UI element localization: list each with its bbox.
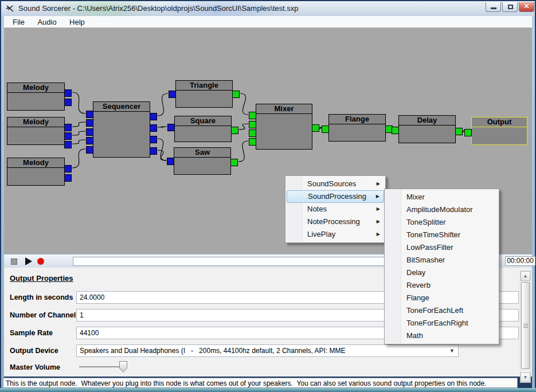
mixer-output-port-0[interactable]: [312, 124, 319, 132]
node-triangle[interactable]: Triangle: [175, 80, 233, 108]
menu-item-math[interactable]: Math: [385, 330, 499, 342]
sequencer-input-port-3[interactable]: [86, 137, 93, 144]
field-value: 44100: [80, 329, 99, 337]
menu-item-mixer[interactable]: Mixer: [385, 191, 499, 203]
menu-item-toneforeachright[interactable]: ToneForEachRight: [385, 317, 499, 330]
play-button[interactable]: [25, 257, 32, 265]
menu-item-label: Reverb: [406, 281, 431, 289]
mixer-input-port-2[interactable]: [249, 130, 256, 137]
sequencer-input-port-1[interactable]: [86, 119, 93, 127]
mixer-input-port-0[interactable]: [249, 112, 256, 119]
menu-item-bitsmasher[interactable]: BitSmasher: [385, 254, 499, 266]
menu-item-notes[interactable]: Notes▶: [285, 203, 385, 215]
menu-item-noteprocessing[interactable]: NoteProcessing▶: [285, 215, 385, 228]
scrollbar-thumb[interactable]: [521, 282, 530, 369]
menu-audio[interactable]: Audio: [32, 16, 61, 26]
window-title: Sound Sorcerer - C:\Users\Atrix256\Deskt…: [18, 4, 298, 13]
melody2-output-port-1[interactable]: [64, 132, 72, 140]
triangle-input-port-0[interactable]: [169, 91, 176, 98]
square-output-port-0[interactable]: [231, 127, 238, 134]
wire: [158, 127, 167, 127]
vertical-scrollbar[interactable]: ▲ ▼: [520, 271, 531, 383]
sequencer-output-port-3[interactable]: [150, 147, 157, 155]
menu-item-lowpassfilter[interactable]: LowPassFilter: [385, 241, 499, 254]
sequencer-output-port-1[interactable]: [150, 124, 157, 132]
saw-input-port-0[interactable]: [167, 158, 174, 165]
menu-bar: File Audio Help: [4, 16, 532, 28]
node-title: Square: [175, 116, 231, 126]
wire: [72, 122, 85, 127]
menu-item-soundsources[interactable]: SoundSources▶: [285, 178, 385, 190]
sequencer-output-port-2[interactable]: [150, 136, 157, 143]
maximize-button[interactable]: [502, 2, 518, 12]
mixer-input-port-3[interactable]: [249, 138, 256, 146]
node-output[interactable]: Output: [471, 117, 527, 145]
melody3-output-port-1[interactable]: [64, 174, 72, 182]
menu-item-tonesplitter[interactable]: ToneSplitter: [385, 216, 499, 229]
title-bar[interactable]: Sound Sorcerer - C:\Users\Atrix256\Deskt…: [1, 1, 535, 16]
menu-item-liveplay[interactable]: LivePlay▶: [285, 228, 385, 241]
scroll-down-button[interactable]: ▼: [521, 373, 530, 382]
melody2-output-port-2[interactable]: [64, 141, 72, 148]
field-value: 1: [80, 311, 84, 319]
mixer-input-port-1[interactable]: [249, 121, 256, 128]
node-flange[interactable]: Flange: [328, 114, 386, 142]
master-volume-slider-thumb[interactable]: [119, 361, 127, 373]
menu-item-flange[interactable]: Flange: [385, 292, 499, 304]
node-square[interactable]: Square: [174, 116, 232, 142]
melody1-output-port-0[interactable]: [64, 89, 72, 97]
menu-item-tonetimeshifter[interactable]: ToneTimeShifter: [385, 229, 499, 241]
melody1-output-port-1[interactable]: [64, 99, 72, 106]
sequencer-input-port-0[interactable]: [86, 111, 93, 118]
wire: [158, 93, 168, 116]
node-melody2[interactable]: Melody: [7, 117, 65, 145]
square-input-port-0[interactable]: [167, 124, 175, 131]
sequencer-input-port-4[interactable]: [86, 146, 93, 154]
menu-item-label: LivePlay: [307, 230, 335, 238]
stop-button[interactable]: [11, 258, 17, 265]
node-title: Melody: [7, 158, 64, 168]
menu-item-delay[interactable]: Delay: [385, 266, 499, 279]
menu-item-soundprocessing[interactable]: SoundProcessing▶: [287, 190, 384, 203]
minimize-button[interactable]: [486, 2, 501, 12]
output-input-port-0[interactable]: [464, 129, 472, 136]
property-label-3: Output Device: [10, 347, 58, 355]
delay-output-port-0[interactable]: [455, 128, 463, 135]
menu-item-toneforeachleft[interactable]: ToneForEachLeft: [385, 304, 499, 317]
field-value: Speakers and Dual Headphones (I - 200ms,…: [80, 347, 346, 355]
triangle-output-port-0[interactable]: [232, 91, 240, 98]
menu-item-amplitudemodulator[interactable]: AmplitudeModulator: [385, 203, 499, 216]
menu-item-reverb[interactable]: Reverb: [385, 279, 499, 292]
scroll-up-button[interactable]: ▲: [521, 271, 530, 281]
flange-input-port-0[interactable]: [322, 126, 329, 133]
node-delay[interactable]: Delay: [398, 115, 456, 143]
node-sequencer[interactable]: Sequencer: [93, 101, 150, 158]
menu-help[interactable]: Help: [64, 16, 90, 26]
node-melody3[interactable]: Melody: [7, 158, 65, 186]
menu-item-label: ToneSplitter: [406, 218, 446, 226]
menu-item-label: NoteProcessing: [307, 217, 360, 226]
maximize-icon: [508, 5, 513, 9]
scroll-up-icon: ▲: [523, 273, 528, 279]
output-device-select[interactable]: Speakers and Dual Headphones (I - 200ms,…: [76, 344, 459, 357]
close-button[interactable]: ✕: [519, 2, 534, 12]
node-title: Saw: [174, 148, 230, 158]
wire: [72, 92, 85, 113]
melody3-output-port-0[interactable]: [64, 165, 72, 173]
menu-item-label: Math: [406, 331, 423, 340]
melody2-output-port-0[interactable]: [64, 124, 72, 131]
node-saw[interactable]: Saw: [174, 147, 231, 175]
node-mixer[interactable]: Mixer: [256, 104, 312, 150]
delay-input-port-0[interactable]: [392, 127, 399, 134]
record-button[interactable]: [37, 258, 44, 265]
node-melody1[interactable]: Melody: [7, 83, 65, 111]
sequencer-input-port-2[interactable]: [86, 128, 93, 136]
master-volume-slider-track[interactable]: [79, 366, 123, 368]
sequencer-output-port-0[interactable]: [150, 113, 157, 120]
submenu-arrow-icon: ▶: [377, 178, 380, 190]
wire: [239, 124, 248, 130]
menu-file[interactable]: File: [7, 16, 30, 26]
property-label-0: Length in seconds: [10, 293, 73, 301]
saw-output-port-0[interactable]: [230, 159, 238, 166]
submenu-arrow-icon: ▶: [377, 203, 380, 215]
